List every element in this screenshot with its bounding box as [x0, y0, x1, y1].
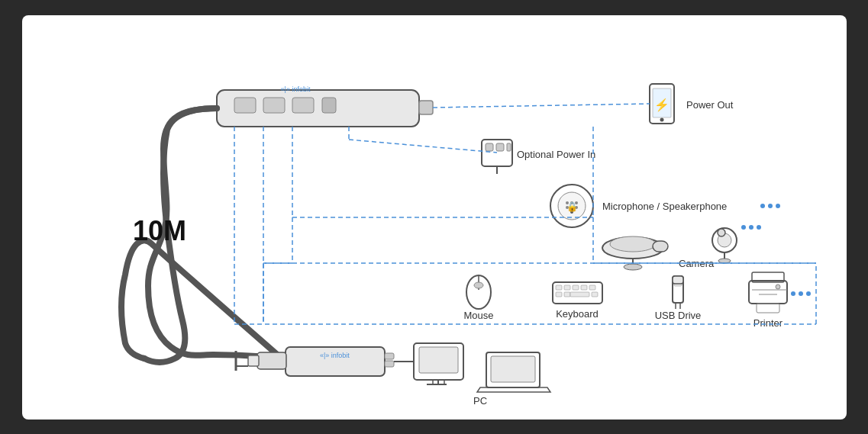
svg-rect-62: [581, 285, 587, 290]
svg-rect-67: [592, 292, 598, 297]
svg-point-41: [776, 204, 780, 208]
distance-label: 10M: [133, 215, 186, 246]
svg-rect-9: [257, 352, 286, 369]
svg-rect-10: [248, 355, 259, 366]
svg-point-46: [624, 264, 642, 270]
svg-rect-5: [419, 101, 433, 114]
svg-point-40: [768, 204, 773, 208]
svg-rect-59: [556, 285, 562, 290]
svg-point-51: [718, 259, 731, 263]
svg-point-39: [760, 204, 765, 208]
svg-point-54: [757, 225, 761, 230]
mic-icon: 🔒: [566, 201, 577, 212]
svg-rect-64: [556, 292, 562, 297]
power-icon: ⚡: [654, 98, 670, 112]
svg-point-57: [474, 282, 483, 288]
svg-point-79: [791, 291, 795, 296]
svg-point-81: [806, 291, 811, 296]
svg-rect-20: [491, 356, 535, 382]
svg-rect-7: [385, 353, 394, 359]
svg-rect-75: [757, 304, 779, 313]
svg-line-82: [433, 104, 650, 108]
svg-rect-63: [589, 285, 595, 290]
diagram-container: «|» infobit 10M «|» infobit: [22, 15, 847, 420]
power-out-label: Power Out: [686, 99, 734, 111]
svg-rect-3: [292, 98, 314, 113]
svg-rect-27: [496, 143, 504, 151]
svg-point-24: [660, 117, 663, 121]
pc-label: PC: [473, 395, 486, 407]
svg-rect-65: [564, 292, 570, 297]
svg-rect-73: [749, 281, 787, 304]
svg-rect-44: [653, 241, 668, 252]
usb-drive-label: USB Drive: [654, 310, 701, 321]
bottom-hub-brand: «|» infobit: [320, 352, 350, 359]
svg-rect-1: [234, 98, 256, 113]
mouse-label: Mouse: [463, 310, 493, 321]
svg-point-80: [799, 291, 803, 296]
printer-label: Printer: [753, 317, 782, 329]
svg-point-53: [749, 225, 753, 230]
hub-brand-label: «|» infobit: [280, 85, 310, 93]
svg-rect-70: [673, 276, 683, 284]
svg-rect-2: [263, 98, 285, 113]
svg-point-52: [741, 225, 746, 230]
svg-point-49: [718, 229, 725, 236]
microphone-label: Microphone / Speakerphone: [602, 201, 727, 212]
svg-rect-66: [570, 292, 589, 297]
svg-rect-15: [419, 347, 458, 373]
svg-rect-4: [322, 98, 336, 113]
svg-line-84: [349, 140, 497, 153]
svg-point-78: [776, 285, 780, 289]
svg-rect-26: [486, 143, 493, 151]
svg-rect-61: [573, 285, 579, 290]
svg-rect-8: [385, 361, 394, 367]
svg-rect-60: [564, 285, 570, 290]
svg-rect-28: [507, 143, 511, 151]
optional-power-label: Optional Power In: [517, 149, 595, 160]
svg-point-43: [610, 236, 656, 252]
keyboard-label: Keyboard: [556, 308, 599, 320]
